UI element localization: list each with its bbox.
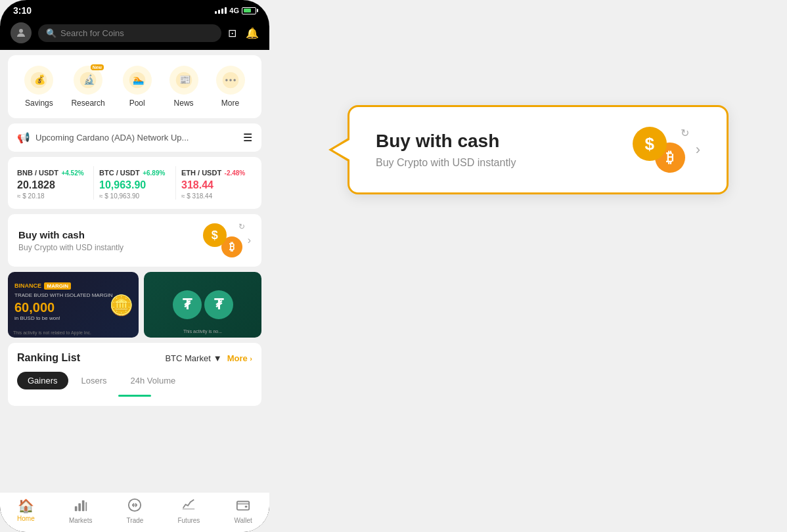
markets-icon — [74, 498, 88, 516]
dropdown-arrow-icon: ▼ — [214, 353, 222, 363]
announcement-bar[interactable]: 📢 Upcoming Cardano (ADA) Network Up... ☰ — [8, 123, 261, 152]
nav-home[interactable]: 🏠 Home — [17, 498, 35, 524]
refresh-small-icon: ↻ — [238, 222, 245, 231]
ticker-row: BNB / USDT +4.52% 20.1828 ≈ $ 20.18 BTC … — [17, 166, 252, 200]
savings-label: Savings — [25, 99, 53, 108]
quick-action-savings[interactable]: 💰 Savings — [24, 66, 53, 108]
research-icon: 🔬 New — [74, 66, 102, 95]
status-bar: 3:10 4G — [0, 0, 269, 18]
quick-actions: 💰 Savings 🔬 New Rese — [16, 66, 254, 108]
markets-nav-label: Markets — [69, 517, 93, 524]
svg-rect-13 — [74, 506, 77, 511]
tab-losers[interactable]: Losers — [71, 372, 118, 389]
search-icon: 🔍 — [46, 28, 56, 38]
eth-price: 318.44 — [181, 179, 252, 191]
futures-nav-label: Futures — [177, 517, 200, 524]
btc-price: 10,963.90 — [99, 179, 170, 191]
pool-label: Pool — [129, 99, 145, 108]
more-link[interactable]: More › — [227, 353, 252, 363]
ranking-header-right: BTC Market ▼ More › — [165, 353, 252, 363]
ticker-btc[interactable]: BTC / USDT +6.89% 10,963.90 ≈ $ 10,963.9… — [99, 166, 170, 200]
nav-trade[interactable]: Trade — [127, 498, 144, 524]
nav-wallet[interactable]: Wallet — [234, 498, 252, 524]
svg-point-0 — [19, 29, 23, 33]
header-icons: ⊡ 🔔 — [228, 27, 259, 39]
banners-row: BINANCE MARGIN TRADE BUSD WITH ISOLATED … — [8, 272, 261, 338]
callout-text: Buy with cash Buy Crypto with USD instan… — [376, 131, 516, 169]
avatar[interactable] — [11, 22, 32, 43]
callout-coins: $ ₿ ↻ — [633, 127, 685, 173]
news-label: News — [174, 99, 194, 108]
callout-subtitle: Buy Crypto with USD instantly — [376, 157, 516, 169]
callout-box[interactable]: Buy with cash Buy Crypto with USD instan… — [348, 105, 729, 194]
tab-gainers[interactable]: Gainers — [17, 372, 68, 389]
more-chevron-icon: › — [250, 355, 252, 363]
ranking-title: Ranking List — [17, 352, 80, 364]
svg-rect-18 — [183, 509, 194, 510]
nav-futures[interactable]: Futures — [177, 498, 200, 524]
ranking-tabs: Gainers Losers 24h Volume — [17, 372, 252, 389]
tab-24h-volume[interactable]: 24h Volume — [120, 372, 187, 389]
ticker-divider-2 — [175, 166, 176, 200]
bnb-pair: BNB / USDT +4.52% — [17, 166, 88, 178]
search-bar[interactable]: 🔍 Search for Coins — [38, 24, 221, 42]
quick-action-news[interactable]: 📰 News — [169, 66, 198, 108]
nav-markets[interactable]: Markets — [69, 498, 93, 524]
research-label: Research — [71, 99, 104, 108]
buy-cash-subtitle: Buy Crypto with USD instantly — [18, 243, 124, 252]
svg-rect-20 — [245, 506, 248, 508]
announcement-content: Upcoming Cardano (ADA) Network Up... — [35, 133, 189, 143]
binance-logo: BINANCE — [14, 282, 41, 289]
battery-icon — [242, 7, 256, 14]
market-selector[interactable]: BTC Market ▼ — [165, 353, 221, 363]
banner-tether[interactable]: ₮ ₮ This activity is no... — [144, 272, 261, 338]
bnb-price: 20.1828 — [17, 179, 88, 191]
more-label: More — [221, 99, 239, 108]
bnb-usd: ≈ $ 20.18 — [17, 192, 88, 200]
scan-icon[interactable]: ⊡ — [228, 27, 236, 39]
bottom-nav: 🏠 Home Markets — [0, 492, 269, 532]
ticker-card: BNB / USDT +4.52% 20.1828 ≈ $ 20.18 BTC … — [8, 157, 261, 209]
header: 🔍 Search for Coins ⊡ 🔔 — [0, 18, 269, 50]
phone-screen: 3:10 4G — [0, 0, 269, 532]
buy-cash-text: Buy with cash Buy Crypto with USD instan… — [18, 229, 124, 252]
network-label: 4G — [229, 7, 239, 14]
ticker-divider-1 — [93, 166, 94, 200]
notification-icon[interactable]: 🔔 — [246, 27, 259, 39]
tether-coin-icon-2: ₮ — [204, 290, 233, 319]
buy-cash-card[interactable]: Buy with cash Buy Crypto with USD instan… — [8, 214, 261, 267]
savings-icon: 💰 — [24, 66, 53, 95]
busd-coin-icon: 🪙 — [109, 294, 133, 317]
btc-pair: BTC / USDT +6.89% — [99, 166, 170, 178]
list-icon: ☰ — [243, 131, 252, 144]
ticker-bnb[interactable]: BNB / USDT +4.52% 20.1828 ≈ $ 20.18 — [17, 166, 88, 200]
callout-refresh-icon: ↻ — [681, 127, 689, 139]
wallet-nav-label: Wallet — [234, 517, 252, 524]
svg-rect-16 — [85, 502, 87, 511]
home-nav-label: Home — [17, 515, 35, 522]
quick-actions-card: 💰 Savings 🔬 New Rese — [8, 55, 261, 118]
chevron-right-icon: › — [248, 234, 251, 246]
tether-coins: ₮ ₮ — [144, 290, 261, 319]
trade-nav-label: Trade — [127, 517, 144, 524]
svg-point-10 — [225, 79, 228, 81]
ticker-eth[interactable]: ETH / USDT -2.48% 318.44 ≈ $ 318.44 — [181, 166, 252, 200]
quick-action-research[interactable]: 🔬 New Research — [71, 66, 104, 108]
search-placeholder: Search for Coins — [60, 28, 124, 38]
buy-cash-coins: $ ₿ ↻ — [203, 223, 242, 257]
home-icon: 🏠 — [18, 498, 34, 514]
banner-brand: BINANCE MARGIN — [14, 278, 132, 290]
quick-action-pool[interactable]: 🏊 Pool — [123, 66, 152, 108]
scroll-indicator — [118, 395, 151, 397]
svg-text:💰: 💰 — [34, 74, 46, 85]
dollar-coin-icon: $ — [203, 223, 227, 247]
callout-right: $ ₿ ↻ › — [633, 127, 700, 173]
trade-icon — [127, 498, 142, 516]
margin-tag: MARGIN — [44, 282, 70, 290]
buy-cash-title: Buy with cash — [18, 229, 124, 240]
tether-disclaimer: This activity is no... — [183, 329, 222, 334]
svg-rect-15 — [81, 500, 84, 512]
banner-binance[interactable]: BINANCE MARGIN TRADE BUSD WITH ISOLATED … — [8, 272, 139, 338]
svg-text:🔬: 🔬 — [83, 74, 95, 85]
quick-action-more[interactable]: More — [216, 66, 245, 108]
